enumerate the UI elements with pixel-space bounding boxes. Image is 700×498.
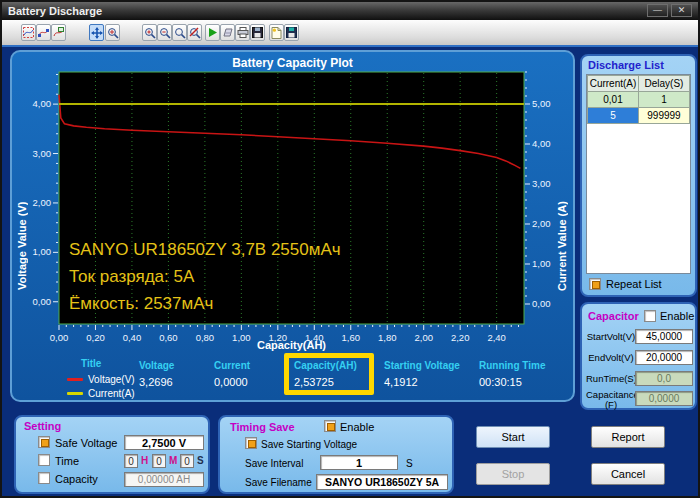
zoom-in-button[interactable]: [142, 24, 157, 41]
capacity-readout: Capacity(AH) 2,53725: [294, 360, 357, 388]
svg-text:Ток разряда: 5А: Ток разряда: 5А: [69, 267, 195, 286]
cancel-button[interactable]: Cancel: [591, 463, 665, 485]
running-time-readout: Running Time 00:30:15: [479, 360, 545, 388]
time-minutes-field[interactable]: 0: [152, 454, 166, 468]
running-time-value: 00:30:15: [479, 376, 545, 388]
zoom-out-button[interactable]: [157, 24, 172, 41]
magnify-button[interactable]: [172, 24, 187, 41]
current-readout-label: Current: [214, 360, 250, 371]
current-legend-label: Current(A): [88, 388, 135, 399]
safe-voltage-field[interactable]: 2,7500 V: [124, 435, 204, 450]
voltage-legend-swatch: [67, 378, 83, 381]
svg-text:0,00: 0,00: [33, 296, 52, 307]
save-interval-label: Save Interval: [245, 458, 303, 469]
report-button[interactable]: Report: [591, 426, 665, 448]
capacity-checkbox[interactable]: [38, 472, 50, 484]
svg-text:4,00: 4,00: [532, 138, 551, 149]
save-starting-voltage-label: Save Starting Voltage: [261, 439, 357, 450]
save-icon: [252, 27, 263, 38]
app-window: Battery Discharge — ✕ Battery Capacity P…: [0, 0, 700, 498]
run-icon: [207, 27, 218, 38]
running-time-label: Running Time: [479, 360, 545, 371]
timing-enable-checkbox[interactable]: [324, 420, 336, 432]
time-checkbox[interactable]: [38, 454, 50, 466]
plot-legend-button[interactable]: [51, 24, 66, 41]
svg-text:2,00: 2,00: [532, 218, 551, 229]
discharge-row1-current[interactable]: 5: [588, 108, 639, 124]
chart-panel: Battery Capacity Plot 0,000,200,400,600,…: [10, 50, 575, 402]
pan-button[interactable]: [89, 24, 104, 41]
capacitor-panel: Capacitor Enable StartVolt(V) 45,0000 En…: [580, 302, 697, 410]
capacity-readout-value: 2,53725: [294, 376, 357, 388]
x-axis-label: Capacity(AH): [59, 339, 524, 351]
starting-voltage-value: 4,1912: [384, 376, 460, 388]
voltage-readout-value: 3,2696: [139, 376, 174, 388]
capacitor-enable-label: Enable: [660, 310, 694, 322]
discharge-list-title: Discharge List: [588, 59, 664, 71]
save-interval-field[interactable]: 1: [320, 455, 398, 470]
runtime-field: 0,0: [635, 371, 693, 386]
window-title: Battery Discharge: [8, 5, 102, 17]
discharge-list-box: Current(A) Delay(S) 0,01 1 5 999999: [586, 74, 691, 274]
voltage-readout: Voltage 3,2696: [139, 360, 174, 388]
erase-button[interactable]: [220, 24, 235, 41]
starting-voltage-label: Starting Voltage: [384, 360, 460, 371]
safe-voltage-checkbox[interactable]: [38, 436, 50, 448]
startvolt-field[interactable]: 45,0000: [635, 329, 693, 344]
minimize-button[interactable]: —: [647, 4, 668, 17]
capacitance-label: Capacitance (F): [586, 390, 636, 410]
capacity-label: Capacity: [55, 473, 98, 485]
new-report-icon: [271, 27, 282, 39]
time-hours-field[interactable]: 0: [124, 454, 138, 468]
save-filename-field[interactable]: SANYO UR18650ZY 5A: [316, 474, 448, 490]
setting-panel: Setting Safe Voltage 2,7500 V Time 0 H 0…: [14, 415, 210, 494]
time-seconds-unit: S: [197, 455, 204, 466]
capacitor-enable-checkbox[interactable]: [644, 310, 656, 322]
time-seconds-field[interactable]: 0: [180, 454, 194, 468]
discharge-row1-delay[interactable]: 999999: [639, 108, 690, 124]
discharge-row0-current[interactable]: 0,01: [588, 92, 639, 108]
erase-icon: [222, 27, 234, 38]
timing-enable-label: Enable: [340, 421, 374, 433]
capacitance-field: 0,0000: [635, 391, 693, 406]
discharge-col-current: Current(A): [588, 76, 639, 92]
timing-save-panel: Timing Save Enable Save Starting Voltage…: [218, 415, 454, 494]
svg-text:2,00: 2,00: [33, 197, 52, 208]
titlebar: Battery Discharge — ✕: [2, 2, 698, 20]
voltage-legend-label: Voltage(V): [88, 374, 135, 385]
new-report-button[interactable]: [269, 24, 284, 41]
current-readout: Current 0,0000: [214, 360, 250, 388]
print-button[interactable]: [235, 24, 250, 41]
zoom-window-button[interactable]: [105, 24, 120, 41]
plot-style-button[interactable]: [21, 24, 36, 41]
plot-nodes-button[interactable]: [36, 24, 51, 41]
capacity-field: 0,00000 AH: [124, 472, 204, 487]
discharge-row0-delay[interactable]: 1: [639, 92, 690, 108]
voltage-readout-label: Voltage: [139, 360, 174, 371]
table-row[interactable]: 0,01 1: [588, 92, 690, 108]
save-button[interactable]: [250, 24, 265, 41]
table-row-selected[interactable]: 5 999999: [588, 108, 690, 124]
svg-text:1,00: 1,00: [33, 246, 52, 257]
plot-nodes-icon: [38, 27, 49, 38]
time-minutes-unit: M: [169, 455, 177, 466]
start-button[interactable]: Start: [476, 426, 550, 448]
save-starting-voltage-checkbox[interactable]: [245, 437, 257, 449]
y-axis-label-left: Voltage Value (V): [16, 118, 28, 374]
endvolt-field[interactable]: 20,0000: [635, 350, 693, 365]
repeat-list-checkbox[interactable]: [589, 278, 601, 290]
safe-voltage-label: Safe Voltage: [55, 437, 117, 449]
svg-text:1,00: 1,00: [532, 258, 551, 269]
zoom-reset-button[interactable]: [187, 24, 202, 41]
discharge-list-panel: Discharge List Current(A) Delay(S) 0,01 …: [580, 54, 697, 297]
starting-voltage-readout: Starting Voltage 4,1912: [384, 360, 460, 388]
svg-text:3,00: 3,00: [33, 148, 52, 159]
save-data-button[interactable]: [284, 24, 299, 41]
endvolt-label: EndVolt(V): [586, 352, 636, 363]
run-button[interactable]: [205, 24, 220, 41]
stop-button: Stop: [476, 463, 550, 485]
close-button[interactable]: ✕: [671, 4, 692, 17]
svg-text:SANYO UR18650ZY 3,7В 2550мАч: SANYO UR18650ZY 3,7В 2550мАч: [69, 240, 341, 259]
zoom-in-icon: [144, 27, 156, 39]
time-hours-unit: H: [141, 455, 148, 466]
